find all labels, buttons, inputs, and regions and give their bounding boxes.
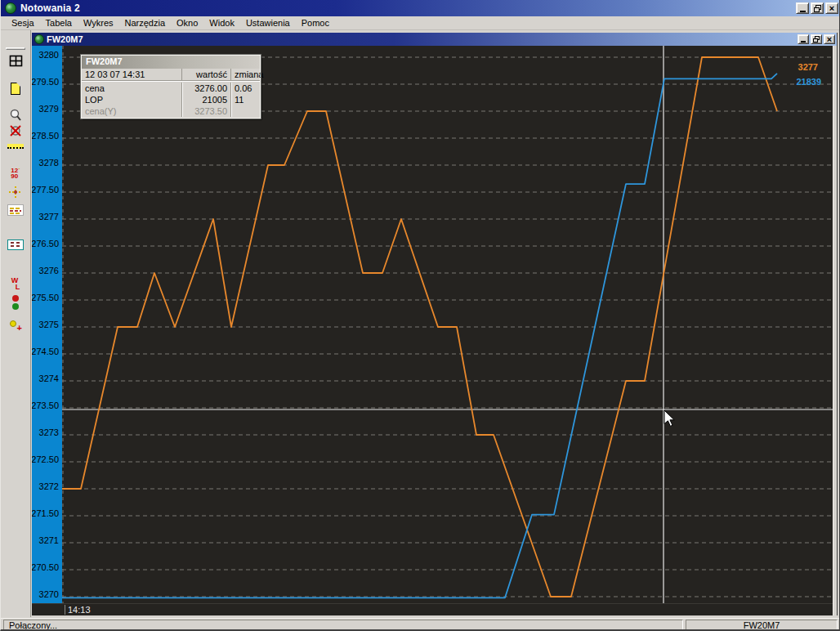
tooltip-row-change <box>230 105 260 117</box>
status-bar: Połączony... FW20M7 <box>1 618 840 631</box>
price-axis-label: 3273.50 <box>32 401 59 410</box>
menu-widok[interactable]: Widok <box>203 17 240 29</box>
new-page-button[interactable] <box>5 79 26 97</box>
tooltip-row-label: cena(Y) <box>82 105 181 117</box>
minimize-icon <box>800 11 806 12</box>
restore-button[interactable] <box>811 2 824 14</box>
window-title: Notowania 2 <box>20 2 796 14</box>
data-tooltip: FW20M7 12 03 07 14:31 wartość zmiana cen… <box>81 55 261 119</box>
tooltip-row-value: 21005 <box>181 94 230 105</box>
child-restore-icon <box>813 36 820 43</box>
price-axis-label: 3279 <box>39 104 59 114</box>
chart-area[interactable]: 3277 21839 FW20M7 12 03 07 14:31 wartość… <box>62 46 833 603</box>
start-stop-icon <box>12 295 19 310</box>
ruler-icon <box>7 144 24 149</box>
main-titlebar: Notowania 2 × <box>1 0 840 16</box>
close-button[interactable]: × <box>825 2 838 14</box>
child-minimize-button[interactable] <box>798 34 809 44</box>
tooltip-row-value: 3273.50 <box>181 105 230 117</box>
tooltip-col-change: zmiana <box>230 69 260 81</box>
price-axis-label: 3271 <box>39 535 59 545</box>
price-axis-label: 3272 <box>39 481 59 491</box>
toolbar-grip[interactable] <box>6 47 25 50</box>
menu-pomoc[interactable]: Pomoc <box>296 17 335 29</box>
levels-icon <box>7 204 24 216</box>
crosshair-icon <box>8 186 23 199</box>
chart-svg <box>62 46 833 603</box>
price-axis-label: 3275.50 <box>32 293 59 302</box>
levels-button[interactable] <box>5 201 26 219</box>
grid-layout-button[interactable] <box>5 51 26 69</box>
menu-wykres[interactable]: Wykres <box>78 17 119 29</box>
legend-box-button[interactable] <box>5 235 26 253</box>
menu-okno[interactable]: Okno <box>171 17 203 29</box>
tooltip-row-label: LOP <box>82 94 181 105</box>
price-axis: 32803279.5032793278.5032783277.503277327… <box>32 46 62 603</box>
child-restore-button[interactable] <box>811 34 822 44</box>
start-stop-button[interactable] <box>5 293 26 312</box>
ruler-button[interactable] <box>5 137 26 155</box>
add-point-icon: + <box>9 320 22 331</box>
chart-window: FW20M7 × 32803279.5032793278.5032783277.… <box>32 33 838 615</box>
menu-tabela[interactable]: Tabela <box>40 17 78 29</box>
last-price-label: 3277 <box>798 62 818 72</box>
tooltip-col-value: wartość <box>181 69 230 81</box>
price-axis-label: 3278.50 <box>32 131 59 141</box>
last-lop-label: 21839 <box>796 77 821 87</box>
add-point-button[interactable]: + <box>5 316 26 334</box>
wl-marker-icon: W L <box>11 277 20 290</box>
price-axis-label: 3277.50 <box>32 185 59 195</box>
menu-narzedzia[interactable]: Narzędzia <box>119 17 172 29</box>
child-close-icon: × <box>827 35 832 43</box>
price-axis-label: 3273 <box>39 427 59 437</box>
chart-window-titlebar: FW20M7 × <box>32 33 837 46</box>
child-close-button[interactable]: × <box>824 34 835 44</box>
menu-ustawienia[interactable]: Ustawienia <box>240 17 296 29</box>
left-toolbar: 12´90 W L + <box>1 30 31 617</box>
values-90-icon: 12´90 <box>11 168 20 179</box>
tooltip-time: 12 03 07 14:31 <box>82 69 181 81</box>
price-axis-label: 3270.50 <box>32 562 59 572</box>
price-axis-label: 3276.50 <box>32 239 59 248</box>
wl-marker-button[interactable]: W L <box>5 275 26 293</box>
chart-window-logo-icon <box>34 34 44 44</box>
tooltip-row-change: 11 <box>230 94 260 105</box>
price-axis-label: 3276 <box>39 266 59 275</box>
price-axis-label: 3278 <box>39 158 59 168</box>
price-axis-label: 3274.50 <box>32 347 59 356</box>
price-axis-label: 3270 <box>39 589 59 599</box>
new-page-icon <box>11 83 20 95</box>
connection-status: Połączony... <box>3 620 683 631</box>
menu-sesja[interactable]: Sesja <box>6 17 40 29</box>
minimize-button[interactable] <box>796 2 809 14</box>
tooltip-row-change: 0.06 <box>230 83 260 94</box>
crosshair-button[interactable] <box>5 183 26 201</box>
restore-icon <box>814 5 821 12</box>
time-axis: 14:13 <box>32 603 833 615</box>
menu-bar: Sesja Tabela Wykres Narzędzia Okno Widok… <box>1 16 840 30</box>
tooltip-title: FW20M7 <box>82 56 260 69</box>
grid-layout-icon <box>9 55 23 67</box>
tooltip-row-label: cena <box>82 83 181 94</box>
app-window: { "window": { "title": "Notowania 2" }, … <box>0 0 840 631</box>
child-minimize-icon <box>801 41 806 43</box>
price-axis-label: 3274 <box>39 374 59 383</box>
close-icon: × <box>829 4 834 12</box>
price-axis-label: 3271.50 <box>32 508 59 518</box>
price-axis-label: 3279.50 <box>32 77 59 87</box>
price-axis-label: 3275 <box>39 320 59 329</box>
app-logo-icon <box>5 2 16 14</box>
active-symbol-status: FW20M7 <box>686 620 838 631</box>
chart-right-frame <box>833 46 837 615</box>
price-axis-label: 3280 <box>39 50 59 60</box>
time-axis-label: 14:13 <box>65 605 91 615</box>
tooltip-row-value: 3276.00 <box>181 83 230 94</box>
legend-box-icon <box>7 239 24 250</box>
zoom-icon <box>9 109 22 122</box>
price-axis-label: 3277 <box>39 212 59 222</box>
zoom-off-icon <box>9 124 22 137</box>
price-axis-label: 3272.50 <box>32 454 59 464</box>
values-90-button[interactable]: 12´90 <box>5 164 26 182</box>
chart-window-title: FW20M7 <box>47 34 798 44</box>
